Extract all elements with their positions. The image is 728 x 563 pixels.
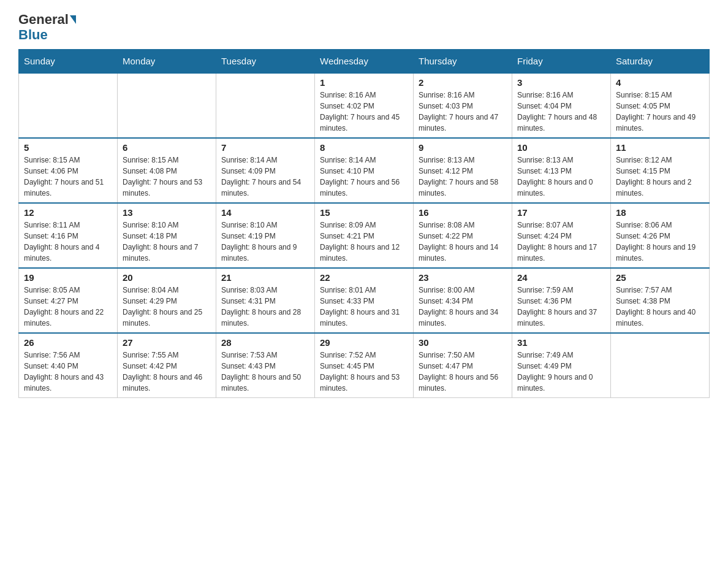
calendar-table: SundayMondayTuesdayWednesdayThursdayFrid… [18,49,710,398]
day-number: 9 [419,142,507,153]
day-info: Sunrise: 8:06 AM Sunset: 4:26 PM Dayligh… [616,220,704,264]
day-info: Sunrise: 8:13 AM Sunset: 4:12 PM Dayligh… [419,155,507,199]
day-info: Sunrise: 8:05 AM Sunset: 4:27 PM Dayligh… [24,285,112,329]
day-number: 30 [419,337,507,348]
calendar-cell: 27Sunrise: 7:55 AM Sunset: 4:42 PM Dayli… [118,333,216,398]
day-number: 15 [320,207,408,218]
calendar-cell: 18Sunrise: 8:06 AM Sunset: 4:26 PM Dayli… [611,203,710,268]
day-number: 22 [320,272,408,283]
calendar-cell: 11Sunrise: 8:12 AM Sunset: 4:15 PM Dayli… [611,138,710,203]
day-info: Sunrise: 8:15 AM Sunset: 4:06 PM Dayligh… [24,155,112,199]
day-info: Sunrise: 8:12 AM Sunset: 4:15 PM Dayligh… [616,155,704,199]
calendar-cell: 13Sunrise: 8:10 AM Sunset: 4:18 PM Dayli… [118,203,216,268]
logo-container: General [18,12,77,27]
calendar-cell: 20Sunrise: 8:04 AM Sunset: 4:29 PM Dayli… [118,268,216,333]
calendar-week-2: 5Sunrise: 8:15 AM Sunset: 4:06 PM Daylig… [19,138,710,203]
calendar-cell: 3Sunrise: 8:16 AM Sunset: 4:04 PM Daylig… [512,73,611,138]
calendar-cell [611,333,710,398]
day-info: Sunrise: 8:11 AM Sunset: 4:16 PM Dayligh… [24,220,112,264]
calendar-cell: 6Sunrise: 8:15 AM Sunset: 4:08 PM Daylig… [118,138,216,203]
day-number: 16 [419,207,507,218]
day-info: Sunrise: 8:08 AM Sunset: 4:22 PM Dayligh… [419,220,507,264]
day-number: 21 [221,272,309,283]
calendar-header-tuesday: Tuesday [216,50,315,74]
day-info: Sunrise: 8:14 AM Sunset: 4:10 PM Dayligh… [320,155,408,199]
calendar-header-sunday: Sunday [19,50,118,74]
logo-blue-line: Blue [18,27,48,43]
day-number: 29 [320,337,408,348]
day-number: 5 [24,142,112,153]
calendar-cell [118,73,216,138]
day-info: Sunrise: 8:00 AM Sunset: 4:34 PM Dayligh… [419,285,507,329]
calendar-cell: 30Sunrise: 7:50 AM Sunset: 4:47 PM Dayli… [414,333,512,398]
day-number: 17 [517,207,605,218]
calendar-cell: 22Sunrise: 8:01 AM Sunset: 4:33 PM Dayli… [315,268,414,333]
calendar-week-3: 12Sunrise: 8:11 AM Sunset: 4:16 PM Dayli… [19,203,710,268]
logo-general-text: General [18,12,69,27]
day-info: Sunrise: 8:15 AM Sunset: 4:08 PM Dayligh… [123,155,211,199]
calendar-week-4: 19Sunrise: 8:05 AM Sunset: 4:27 PM Dayli… [19,268,710,333]
calendar-header-wednesday: Wednesday [315,50,414,74]
calendar-cell: 16Sunrise: 8:08 AM Sunset: 4:22 PM Dayli… [414,203,512,268]
day-info: Sunrise: 7:57 AM Sunset: 4:38 PM Dayligh… [616,285,704,329]
calendar-cell: 31Sunrise: 7:49 AM Sunset: 4:49 PM Dayli… [512,333,611,398]
calendar-cell: 4Sunrise: 8:15 AM Sunset: 4:05 PM Daylig… [611,73,710,138]
calendar-cell: 9Sunrise: 8:13 AM Sunset: 4:12 PM Daylig… [414,138,512,203]
day-info: Sunrise: 8:09 AM Sunset: 4:21 PM Dayligh… [320,220,408,264]
day-info: Sunrise: 7:49 AM Sunset: 4:49 PM Dayligh… [517,350,605,394]
calendar-cell: 26Sunrise: 7:56 AM Sunset: 4:40 PM Dayli… [19,333,118,398]
day-number: 28 [221,337,309,348]
day-info: Sunrise: 8:10 AM Sunset: 4:19 PM Dayligh… [221,220,309,264]
day-number: 27 [123,337,211,348]
calendar-cell: 28Sunrise: 7:53 AM Sunset: 4:43 PM Dayli… [216,333,315,398]
page-header: General Blue [18,12,710,43]
calendar-cell: 10Sunrise: 8:13 AM Sunset: 4:13 PM Dayli… [512,138,611,203]
calendar-cell: 15Sunrise: 8:09 AM Sunset: 4:21 PM Dayli… [315,203,414,268]
day-info: Sunrise: 8:07 AM Sunset: 4:24 PM Dayligh… [517,220,605,264]
day-number: 12 [24,207,112,218]
day-info: Sunrise: 7:50 AM Sunset: 4:47 PM Dayligh… [419,350,507,394]
day-info: Sunrise: 8:10 AM Sunset: 4:18 PM Dayligh… [123,220,211,264]
calendar-cell: 2Sunrise: 8:16 AM Sunset: 4:03 PM Daylig… [414,73,512,138]
calendar-cell: 1Sunrise: 8:16 AM Sunset: 4:02 PM Daylig… [315,73,414,138]
logo: General Blue [18,12,77,43]
logo-triangle-icon [70,15,76,24]
day-number: 4 [616,77,704,88]
day-info: Sunrise: 8:13 AM Sunset: 4:13 PM Dayligh… [517,155,605,199]
day-info: Sunrise: 8:16 AM Sunset: 4:02 PM Dayligh… [320,90,408,134]
day-number: 8 [320,142,408,153]
day-info: Sunrise: 8:16 AM Sunset: 4:04 PM Dayligh… [517,90,605,134]
day-info: Sunrise: 8:01 AM Sunset: 4:33 PM Dayligh… [320,285,408,329]
calendar-header-saturday: Saturday [611,50,710,74]
day-info: Sunrise: 8:16 AM Sunset: 4:03 PM Dayligh… [419,90,507,134]
day-info: Sunrise: 7:52 AM Sunset: 4:45 PM Dayligh… [320,350,408,394]
calendar-header-thursday: Thursday [414,50,512,74]
day-number: 13 [123,207,211,218]
calendar-cell: 8Sunrise: 8:14 AM Sunset: 4:10 PM Daylig… [315,138,414,203]
day-number: 24 [517,272,605,283]
day-number: 1 [320,77,408,88]
day-number: 23 [419,272,507,283]
day-number: 2 [419,77,507,88]
day-number: 18 [616,207,704,218]
calendar-week-1: 1Sunrise: 8:16 AM Sunset: 4:02 PM Daylig… [19,73,710,138]
day-info: Sunrise: 7:55 AM Sunset: 4:42 PM Dayligh… [123,350,211,394]
day-number: 10 [517,142,605,153]
day-info: Sunrise: 7:53 AM Sunset: 4:43 PM Dayligh… [221,350,309,394]
calendar-header-friday: Friday [512,50,611,74]
day-info: Sunrise: 8:15 AM Sunset: 4:05 PM Dayligh… [616,90,704,134]
day-number: 31 [517,337,605,348]
logo-blue-text: Blue [18,27,48,42]
calendar-cell: 14Sunrise: 8:10 AM Sunset: 4:19 PM Dayli… [216,203,315,268]
day-number: 25 [616,272,704,283]
day-info: Sunrise: 7:56 AM Sunset: 4:40 PM Dayligh… [24,350,112,394]
day-number: 7 [221,142,309,153]
calendar-cell: 24Sunrise: 7:59 AM Sunset: 4:36 PM Dayli… [512,268,611,333]
day-number: 26 [24,337,112,348]
calendar-week-5: 26Sunrise: 7:56 AM Sunset: 4:40 PM Dayli… [19,333,710,398]
calendar-cell: 17Sunrise: 8:07 AM Sunset: 4:24 PM Dayli… [512,203,611,268]
calendar-cell [216,73,315,138]
day-number: 11 [616,142,704,153]
calendar-header-monday: Monday [118,50,216,74]
day-number: 20 [123,272,211,283]
